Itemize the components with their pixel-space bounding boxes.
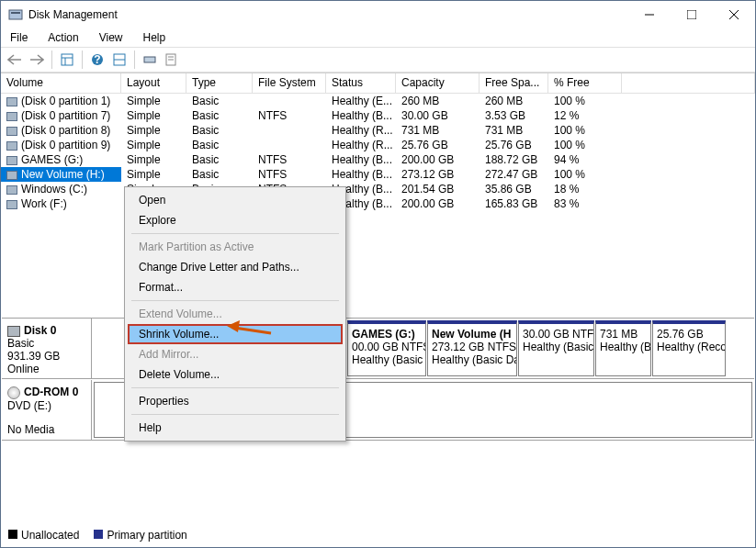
window-title: Disk Management	[28, 8, 628, 21]
volume-icon	[6, 171, 17, 180]
layout-button[interactable]	[109, 50, 130, 70]
table-row[interactable]: (Disk 0 partition 7)SimpleBasicNTFSHealt…	[1, 108, 755, 123]
partition[interactable]: 30.00 GB NTF!Healthy (Basic	[518, 320, 594, 376]
partition[interactable]: GAMES (G:)00.00 GB NTFSHealthy (Basic D	[347, 320, 426, 376]
svg-rect-1	[11, 12, 20, 14]
svg-rect-6	[62, 54, 73, 65]
close-button[interactable]	[713, 1, 755, 28]
menu-item: Mark Partition as Active	[128, 237, 343, 257]
col-free[interactable]: Free Spa...	[480, 73, 548, 94]
svg-marker-18	[227, 320, 240, 332]
settings-button[interactable]	[140, 50, 160, 70]
col-status[interactable]: Status	[326, 73, 396, 94]
view-button[interactable]	[57, 50, 77, 70]
volume-icon	[6, 185, 17, 195]
partition[interactable]: 731 MBHealthy (Basi	[595, 320, 651, 376]
menu-item[interactable]: Format...	[128, 277, 343, 297]
col-capacity[interactable]: Capacity	[396, 73, 480, 94]
menu-view[interactable]: View	[96, 29, 127, 46]
col-layout[interactable]: Layout	[121, 73, 186, 94]
menu-action[interactable]: Action	[44, 29, 82, 46]
menu-item[interactable]: Change Drive Letter and Paths...	[128, 257, 343, 277]
maximize-button[interactable]	[671, 1, 713, 28]
menu-item[interactable]: Explore	[128, 210, 343, 230]
properties-button[interactable]	[162, 50, 182, 70]
volume-icon	[6, 141, 17, 151]
cdrom-label[interactable]: CD-ROM 0 DVD (E:) No Media	[2, 380, 92, 440]
svg-rect-3	[687, 10, 696, 19]
app-icon	[8, 7, 23, 22]
volume-icon	[6, 156, 17, 165]
volume-icon	[6, 127, 17, 136]
back-button[interactable]	[5, 50, 25, 70]
col-type[interactable]: Type	[186, 73, 253, 94]
cd-icon	[7, 386, 20, 399]
table-row[interactable]: Work (F:)SimpleBasicNTFSHealthy (B...200…	[1, 196, 755, 211]
toolbar: ?	[1, 47, 755, 73]
svg-rect-0	[9, 10, 22, 19]
col-filesystem[interactable]: File System	[253, 73, 326, 94]
menu-file[interactable]: File	[6, 29, 31, 46]
partition[interactable]: New Volume (H273.12 GB NTFSHealthy (Basi…	[427, 320, 517, 376]
menu-item[interactable]: Help	[128, 418, 343, 438]
col-volume[interactable]: Volume	[1, 73, 121, 94]
disk0-label[interactable]: Disk 0 Basic 931.39 GB Online	[2, 319, 92, 378]
volume-table: Volume Layout Type File System Status Ca…	[1, 73, 755, 211]
col-spacer	[622, 73, 755, 94]
volume-icon	[6, 112, 17, 121]
svg-text:?: ?	[94, 53, 100, 66]
forward-button[interactable]	[27, 50, 47, 70]
svg-rect-13	[144, 57, 155, 62]
annotation-arrow	[227, 320, 273, 343]
minimize-button[interactable]	[628, 1, 671, 28]
col-pctfree[interactable]: % Free	[548, 73, 622, 94]
svg-line-17	[234, 328, 271, 333]
table-row[interactable]: GAMES (G:)SimpleBasicNTFSHealthy (B...20…	[1, 152, 755, 167]
menu-item[interactable]: Properties	[128, 391, 343, 411]
legend: Unallocated Primary partition	[8, 529, 187, 542]
volume-icon	[6, 200, 17, 209]
partition[interactable]: 25.76 GBHealthy (Reco	[652, 320, 726, 376]
menu-item[interactable]: Open	[128, 190, 343, 210]
table-row[interactable]: New Volume (H:)SimpleBasicNTFSHealthy (B…	[1, 167, 755, 182]
title-bar: Disk Management	[1, 1, 755, 28]
table-row[interactable]: (Disk 0 partition 1)SimpleBasicHealthy (…	[1, 94, 755, 108]
disk0-partitions: GAMES (G:)00.00 GB NTFSHealthy (Basic DN…	[345, 319, 754, 378]
menu-item[interactable]: Delete Volume...	[128, 364, 343, 385]
menu-help[interactable]: Help	[140, 29, 170, 46]
volume-icon	[6, 97, 17, 106]
disk-graphic-pane: Disk 0 Basic 931.39 GB Online GAMES (G:)…	[2, 318, 754, 501]
menu-bar: File Action View Help	[1, 28, 755, 47]
help-button[interactable]: ?	[87, 50, 107, 70]
table-row[interactable]: Windows (C:)SimpleBasicNTFSHealthy (B...…	[1, 182, 755, 196]
table-row[interactable]: (Disk 0 partition 8)SimpleBasicHealthy (…	[1, 123, 755, 138]
menu-item: Add Mirror...	[128, 344, 343, 364]
table-row[interactable]: (Disk 0 partition 9)SimpleBasicHealthy (…	[1, 138, 755, 152]
context-menu: OpenExploreMark Partition as ActiveChang…	[124, 186, 346, 442]
disk-icon	[7, 326, 20, 337]
